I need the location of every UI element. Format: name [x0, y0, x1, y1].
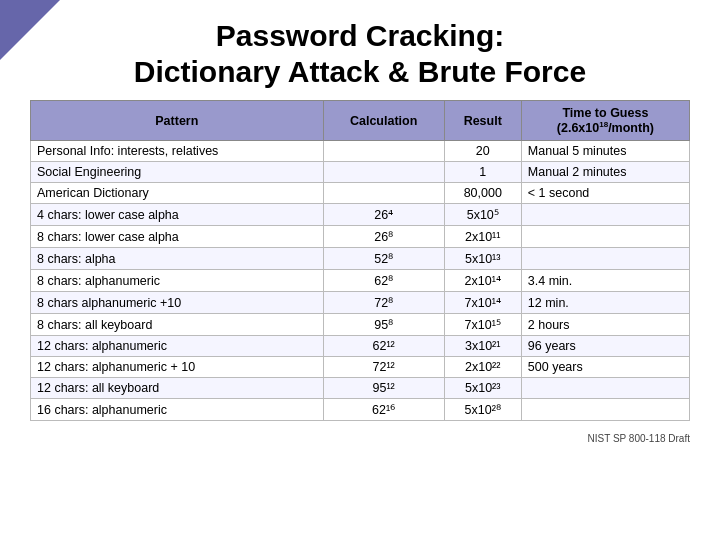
cell-pattern: 8 chars: alphanumeric [31, 270, 324, 292]
col-header-time: Time to Guess(2.6x1018/month) [521, 101, 689, 141]
cell-calc: 52⁸ [323, 248, 444, 270]
cell-calc [323, 141, 444, 162]
cell-calc: 62⁸ [323, 270, 444, 292]
cell-result: 1 [444, 162, 521, 183]
cell-result: 2x10¹⁴ [444, 270, 521, 292]
table-row: Personal Info: interests, relatives20Man… [31, 141, 690, 162]
col-header-result: Result [444, 101, 521, 141]
cell-calc: 72¹² [323, 357, 444, 378]
cell-time [521, 399, 689, 421]
cell-calc: 72⁸ [323, 292, 444, 314]
cell-time: 96 years [521, 336, 689, 357]
cell-time: Manual 2 minutes [521, 162, 689, 183]
cell-pattern: 12 chars: alphanumeric + 10 [31, 357, 324, 378]
cell-pattern: 12 chars: alphanumeric [31, 336, 324, 357]
table-row: 8 chars alphanumeric +1072⁸7x10¹⁴12 min. [31, 292, 690, 314]
cell-time [521, 226, 689, 248]
cell-calc [323, 162, 444, 183]
cell-result: 7x10¹⁴ [444, 292, 521, 314]
cell-pattern: American Dictionary [31, 183, 324, 204]
cell-pattern: 8 chars: lower case alpha [31, 226, 324, 248]
cell-time: 3.4 min. [521, 270, 689, 292]
table-row: 8 chars: lower case alpha26⁸2x10¹¹ [31, 226, 690, 248]
cell-time [521, 378, 689, 399]
col-header-calc: Calculation [323, 101, 444, 141]
cell-result: 20 [444, 141, 521, 162]
cell-pattern: 4 chars: lower case alpha [31, 204, 324, 226]
table-row: American Dictionary80,000< 1 second [31, 183, 690, 204]
cell-time [521, 248, 689, 270]
cell-result: 5x10¹³ [444, 248, 521, 270]
cell-pattern: 16 chars: alphanumeric [31, 399, 324, 421]
cell-calc: 95⁸ [323, 314, 444, 336]
cell-time: < 1 second [521, 183, 689, 204]
table-row: 16 chars: alphanumeric62¹⁶5x10²⁸ [31, 399, 690, 421]
cell-result: 2x10¹¹ [444, 226, 521, 248]
cell-result: 80,000 [444, 183, 521, 204]
cell-result: 7x10¹⁵ [444, 314, 521, 336]
page-title: Password Cracking: Dictionary Attack & B… [20, 18, 700, 90]
cell-calc [323, 183, 444, 204]
cell-result: 3x10²¹ [444, 336, 521, 357]
table-row: 12 chars: alphanumeric + 1072¹²2x10²²500… [31, 357, 690, 378]
cell-result: 5x10²⁸ [444, 399, 521, 421]
table-row: 12 chars: all keyboard95¹²5x10²³ [31, 378, 690, 399]
table-row: 8 chars: all keyboard95⁸7x10¹⁵2 hours [31, 314, 690, 336]
col-header-pattern: Pattern [31, 101, 324, 141]
cell-pattern: Personal Info: interests, relatives [31, 141, 324, 162]
cell-pattern: 8 chars: all keyboard [31, 314, 324, 336]
cell-pattern: 8 chars alphanumeric +10 [31, 292, 324, 314]
cell-time [521, 204, 689, 226]
cell-result: 5x10²³ [444, 378, 521, 399]
cell-time: Manual 5 minutes [521, 141, 689, 162]
footer-note: NIST SP 800-118 Draft [0, 431, 720, 444]
cell-pattern: Social Engineering [31, 162, 324, 183]
cell-calc: 26⁸ [323, 226, 444, 248]
table-row: 12 chars: alphanumeric62¹²3x10²¹96 years [31, 336, 690, 357]
cell-time: 2 hours [521, 314, 689, 336]
cell-time: 500 years [521, 357, 689, 378]
table-row: Social Engineering1Manual 2 minutes [31, 162, 690, 183]
cell-calc: 26⁴ [323, 204, 444, 226]
table-row: 8 chars: alpha52⁸5x10¹³ [31, 248, 690, 270]
cell-calc: 62¹⁶ [323, 399, 444, 421]
password-table: Pattern Calculation Result Time to Guess… [30, 100, 690, 421]
cell-pattern: 12 chars: all keyboard [31, 378, 324, 399]
cell-result: 2x10²² [444, 357, 521, 378]
cell-result: 5x10⁵ [444, 204, 521, 226]
cell-time: 12 min. [521, 292, 689, 314]
table-container: Pattern Calculation Result Time to Guess… [0, 100, 720, 431]
cell-pattern: 8 chars: alpha [31, 248, 324, 270]
title-area: Password Cracking: Dictionary Attack & B… [0, 0, 720, 100]
table-row: 8 chars: alphanumeric62⁸2x10¹⁴3.4 min. [31, 270, 690, 292]
cell-calc: 62¹² [323, 336, 444, 357]
table-row: 4 chars: lower case alpha26⁴5x10⁵ [31, 204, 690, 226]
cell-calc: 95¹² [323, 378, 444, 399]
